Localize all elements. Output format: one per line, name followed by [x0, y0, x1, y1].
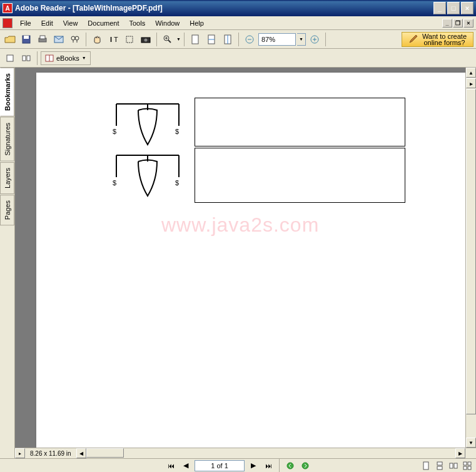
pdf-page: www.java2s.com $ $	[36, 73, 469, 448]
svg-rect-54	[463, 466, 467, 469]
single-page-view-button[interactable]	[420, 460, 432, 471]
svg-rect-47	[423, 462, 428, 469]
scroll-up-button[interactable]: ▲	[466, 68, 476, 78]
prev-page-button[interactable]: ◀	[180, 460, 192, 471]
secondary-toolbar: eBooks ▼	[0, 49, 476, 68]
table-cell-2	[195, 148, 405, 203]
window-title: Adobe Reader - [TableWithImagePDF.pdf]	[15, 4, 433, 13]
fit-page-button[interactable]	[204, 32, 219, 47]
actual-size-button[interactable]	[188, 32, 203, 47]
signatures-tab[interactable]: Signatures	[0, 117, 14, 162]
horizontal-scrollbar[interactable]: ◀ ▶	[76, 448, 465, 458]
app-icon: A	[3, 3, 13, 13]
svg-rect-19	[208, 35, 215, 44]
next-page-button[interactable]: ▶	[247, 460, 260, 471]
svg-rect-12	[141, 38, 150, 43]
scroll-corner	[465, 448, 476, 458]
ebooks-button[interactable]: eBooks ▼	[41, 51, 91, 65]
svg-rect-49	[437, 466, 442, 469]
print-button[interactable]	[35, 32, 50, 47]
watermark-text: www.java2s.com	[161, 213, 319, 237]
layers-tab[interactable]: Layers	[0, 162, 14, 194]
svg-point-13	[144, 38, 148, 41]
close-button[interactable]: ×	[461, 2, 473, 14]
minimize-button[interactable]: _	[433, 2, 446, 14]
search-button[interactable]	[68, 32, 83, 47]
scroll-thumb[interactable]	[466, 89, 476, 414]
zoom-input[interactable]: 87%	[258, 33, 296, 46]
zoom-out-button[interactable]	[242, 32, 257, 47]
svg-rect-53	[468, 462, 471, 465]
svg-rect-0	[23, 36, 30, 43]
page-number-input[interactable]: 1 of 1	[195, 460, 245, 471]
svg-text:T: T	[114, 36, 118, 43]
maximize-button[interactable]: □	[447, 2, 460, 14]
pages-tab[interactable]: Pages	[0, 195, 14, 225]
table-image-1: $ $	[110, 98, 185, 148]
zoom-in-button[interactable]	[160, 32, 175, 47]
svg-rect-18	[192, 35, 198, 44]
main-area: Bookmarks Signatures Layers Pages www.ja…	[0, 68, 476, 458]
document-icon	[3, 18, 13, 28]
navigation-panel: Bookmarks Signatures Layers Pages	[0, 68, 15, 458]
svg-rect-29	[23, 56, 26, 61]
text-select-button[interactable]: IT	[106, 32, 121, 47]
snapshot-button[interactable]	[138, 32, 153, 47]
last-page-button[interactable]: ⏭	[262, 460, 275, 471]
statusbar: ⏮ ◀ 1 of 1 ▶ ⏭	[0, 458, 476, 472]
continuous-facing-view-button[interactable]	[461, 460, 473, 471]
menu-window[interactable]: Window	[150, 18, 185, 28]
svg-point-46	[302, 463, 308, 469]
zoom-in-plus-button[interactable]	[307, 32, 322, 47]
zoom-dropdown[interactable]: ▼	[297, 33, 306, 46]
select-button[interactable]	[122, 32, 137, 47]
menu-file[interactable]: File	[15, 18, 36, 28]
open-button[interactable]	[3, 32, 18, 47]
scroll-menu-button[interactable]: ▸	[466, 78, 476, 88]
continuous-view-button[interactable]	[433, 460, 446, 471]
email-button[interactable]	[51, 32, 66, 47]
nav-back-button[interactable]	[284, 460, 296, 471]
hscroll-thumb[interactable]	[86, 448, 124, 458]
scroll-left-button[interactable]: ◀	[76, 448, 86, 458]
create-forms-button[interactable]: Want to createonline forms?	[402, 32, 473, 47]
menu-help[interactable]: Help	[185, 18, 209, 28]
svg-text:$: $	[175, 128, 179, 135]
nav-forward-button[interactable]	[299, 460, 311, 471]
mdi-close-button[interactable]: ×	[463, 19, 473, 28]
first-page-button[interactable]: ⏮	[165, 460, 177, 471]
zoom-dropdown-arrow[interactable]: ▼	[176, 37, 181, 41]
menu-tools[interactable]: Tools	[124, 18, 151, 28]
toolbar-separator	[238, 33, 239, 46]
svg-point-45	[287, 463, 293, 469]
document-view[interactable]: www.java2s.com $ $	[15, 68, 476, 448]
scroll-down-button[interactable]: ▼	[466, 438, 476, 448]
vertical-scrollbar[interactable]: ▲ ▸ ▼	[465, 68, 476, 448]
mdi-minimize-button[interactable]: _	[442, 19, 452, 28]
statusbar-separator	[279, 459, 280, 473]
save-button[interactable]	[19, 32, 34, 47]
hscroll-menu-button[interactable]: ▸	[15, 448, 25, 458]
document-area: www.java2s.com $ $	[15, 68, 476, 458]
menu-view[interactable]: View	[58, 18, 83, 28]
svg-rect-4	[54, 36, 63, 43]
menu-document[interactable]: Document	[83, 18, 124, 28]
bookmarks-tab[interactable]: Bookmarks	[0, 68, 14, 116]
svg-rect-31	[46, 55, 53, 61]
menu-edit[interactable]: Edit	[36, 18, 58, 28]
page-view-button[interactable]	[3, 51, 18, 66]
svg-rect-48	[437, 462, 442, 465]
facing-view-button[interactable]	[447, 460, 460, 471]
pencil-icon	[408, 35, 418, 44]
svg-rect-11	[126, 36, 133, 43]
scroll-right-button[interactable]: ▶	[455, 448, 465, 458]
mdi-restore-button[interactable]: ❐	[453, 19, 463, 28]
svg-rect-51	[454, 463, 457, 468]
document-view-button[interactable]	[19, 51, 34, 66]
svg-text:$: $	[113, 179, 116, 187]
toolbar-separator	[325, 33, 326, 46]
fit-width-button[interactable]	[220, 32, 235, 47]
hand-tool-button[interactable]	[89, 32, 104, 47]
ebooks-icon	[45, 54, 54, 62]
menubar: File Edit View Document Tools Window Hel…	[0, 16, 476, 30]
